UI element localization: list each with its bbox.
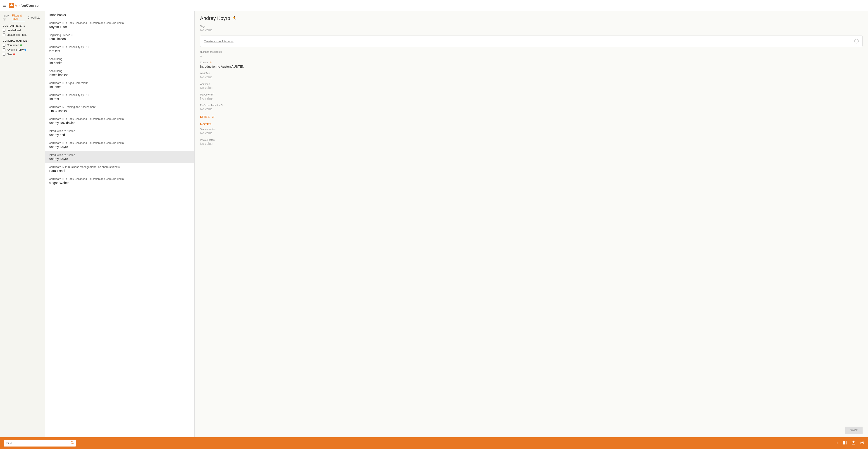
add-button[interactable]: + bbox=[836, 441, 839, 446]
list-item-course: Certificate III in Early Childhood Educa… bbox=[49, 22, 191, 25]
list-panel: jimbo banksCertificate III in Early Chil… bbox=[45, 11, 195, 437]
filter-contacted[interactable]: Contacted bbox=[0, 43, 45, 48]
list-item[interactable]: Certificate IV Training and AssessmentJi… bbox=[45, 103, 194, 115]
filter-new-checkbox[interactable] bbox=[3, 53, 5, 56]
checklist-link[interactable]: Create a checklist now bbox=[204, 39, 234, 43]
sites-section-header: SITES ⊕ bbox=[200, 115, 863, 119]
list-item[interactable]: Certificate IV in Business Management - … bbox=[45, 163, 194, 175]
filter-custom-filter-test-checkbox[interactable] bbox=[3, 33, 5, 36]
share-button[interactable] bbox=[851, 440, 856, 446]
settings-button[interactable] bbox=[860, 440, 864, 446]
list-item-course: Accounting bbox=[49, 69, 191, 73]
svg-point-4 bbox=[71, 441, 73, 444]
wait-map-label: wait map bbox=[200, 83, 863, 85]
list-item[interactable]: Certificate III in Early Childhood Educa… bbox=[45, 175, 194, 187]
list-item-name: Megan Weber bbox=[49, 181, 191, 185]
course-value: Introduction to Austen AUSTEN bbox=[200, 65, 863, 68]
maybe-wait-field: Maybe Wait? No value bbox=[200, 93, 863, 100]
list-item-name: Andrey asd bbox=[49, 133, 191, 137]
private-notes-value: No value bbox=[200, 142, 863, 146]
number-of-students-label: Number of students bbox=[200, 51, 863, 53]
tags-field: Tags No value bbox=[200, 25, 863, 32]
svg-rect-6 bbox=[843, 441, 844, 445]
filter-awaiting-reply[interactable]: Awaiting reply bbox=[0, 48, 45, 52]
list-item[interactable]: Certificate III in Early Childhood Educa… bbox=[45, 115, 194, 127]
list-item[interactable]: Introduction to AustenAndrey asd bbox=[45, 127, 194, 139]
student-notes-value: No value bbox=[200, 131, 863, 135]
filter-custom-filter-test-label: custom filter test bbox=[7, 33, 27, 36]
detail-panel: Andrey Koyro 🏃 Tags No value Create a ch… bbox=[195, 11, 868, 437]
list-item-name: Jim C Banks bbox=[49, 109, 191, 113]
detail-header: Andrey Koyro 🏃 bbox=[200, 16, 863, 21]
columns-button[interactable] bbox=[843, 440, 847, 446]
filter-created-last[interactable]: created last bbox=[0, 28, 45, 33]
list-item-name: Artyom Tutor bbox=[49, 25, 191, 29]
list-item[interactable]: Certificate III in Hospitality by RPLtom… bbox=[45, 43, 194, 55]
list-item-course: Beginning French 3 bbox=[49, 33, 191, 37]
tags-label: Tags bbox=[200, 25, 863, 28]
list-item-name: Andrey Davidovich bbox=[49, 121, 191, 125]
filter-by-row: Filter by Filters & Tags Checklists bbox=[0, 13, 45, 22]
svg-point-9 bbox=[862, 442, 863, 443]
svg-text:'onCourse: 'onCourse bbox=[21, 4, 38, 7]
list-item-name: jimbo banks bbox=[49, 13, 191, 17]
checklist-box[interactable]: Create a checklist now bbox=[200, 35, 863, 47]
list-item[interactable]: Introduction to AustenAndrey Koyro bbox=[45, 151, 194, 163]
search-input[interactable] bbox=[4, 440, 76, 447]
list-item[interactable]: Certificate III in Early Childhood Educa… bbox=[45, 19, 194, 31]
detail-title: Andrey Koyro bbox=[200, 16, 230, 21]
new-dot bbox=[13, 53, 15, 55]
filters-tags-tab[interactable]: Filters & Tags bbox=[12, 14, 25, 21]
maybe-wait-value: No value bbox=[200, 97, 863, 100]
toolbar-actions: + bbox=[836, 440, 864, 446]
list-item-course: Introduction to Austen bbox=[49, 153, 191, 157]
list-item[interactable]: Certificate III in Hospitality by RPLjim… bbox=[45, 91, 194, 103]
filter-new-label: New bbox=[7, 53, 12, 56]
filter-awaiting-reply-label: Awaiting reply bbox=[7, 48, 24, 51]
logo: ish 'onCourse bbox=[9, 2, 38, 9]
wait-map-value: No value bbox=[200, 86, 863, 90]
student-notes-label: Student notes bbox=[200, 128, 863, 130]
checklists-tab[interactable]: Checklists bbox=[28, 16, 40, 19]
logo-svg: ish 'onCourse bbox=[9, 2, 38, 9]
list-item[interactable]: Certificate III in Aged Care Workjim jon… bbox=[45, 79, 194, 91]
list-item[interactable]: Beginning French 3Tom Jimson bbox=[45, 31, 194, 43]
filter-new[interactable]: New bbox=[0, 52, 45, 57]
preferred-location-value: No value bbox=[200, 107, 863, 111]
wait-map-field: wait map No value bbox=[200, 83, 863, 90]
private-notes-label: Private notes bbox=[200, 139, 863, 141]
student-notes-field: Student notes No value bbox=[200, 128, 863, 135]
list-item-course: Certificate III in Early Childhood Educa… bbox=[49, 117, 191, 121]
search-icon-button[interactable] bbox=[71, 441, 74, 445]
settings-icon bbox=[860, 440, 864, 445]
filter-contacted-checkbox[interactable] bbox=[3, 44, 5, 47]
topbar: ☰ ish 'onCourse bbox=[0, 0, 868, 11]
filter-custom-filter-test[interactable]: custom filter test bbox=[0, 33, 45, 37]
wait-text-value: No value bbox=[200, 76, 863, 79]
filter-contacted-label: Contacted bbox=[7, 44, 19, 47]
person-icon: 🏃 bbox=[232, 16, 237, 21]
svg-rect-7 bbox=[844, 441, 845, 445]
wait-text-field: Wait Text No value bbox=[200, 72, 863, 79]
number-of-students-value: 1 bbox=[200, 54, 863, 58]
preferred-location-field: Preferred Location 5 No value bbox=[200, 104, 863, 111]
course-edit-icon[interactable]: ✎ bbox=[210, 61, 212, 64]
list-item[interactable]: jimbo banks bbox=[45, 11, 194, 19]
filter-awaiting-reply-checkbox[interactable] bbox=[3, 49, 5, 51]
filter-created-last-label: created last bbox=[7, 29, 21, 32]
notes-section-header: NOTES bbox=[200, 122, 863, 126]
list-item[interactable]: Accountingjim banks bbox=[45, 55, 194, 67]
general-wait-list-title: GENERAL WAIT LIST bbox=[0, 37, 45, 43]
filter-created-last-checkbox[interactable] bbox=[3, 29, 5, 32]
share-icon bbox=[851, 440, 856, 445]
course-field: Course ✎ Introduction to Austen AUSTEN bbox=[200, 61, 863, 68]
save-button[interactable]: SAVE bbox=[845, 427, 863, 433]
sites-add-icon[interactable]: ⊕ bbox=[212, 115, 215, 119]
list-item-name: jim banks bbox=[49, 61, 191, 65]
hamburger-menu-icon[interactable]: ☰ bbox=[3, 3, 6, 8]
svg-rect-8 bbox=[846, 441, 846, 445]
list-item-name: Andrey Koyro bbox=[49, 157, 191, 161]
list-item[interactable]: Certificate III in Early Childhood Educa… bbox=[45, 139, 194, 151]
list-item-name: tom test bbox=[49, 49, 191, 53]
list-item[interactable]: Accountingjames bankso bbox=[45, 67, 194, 79]
